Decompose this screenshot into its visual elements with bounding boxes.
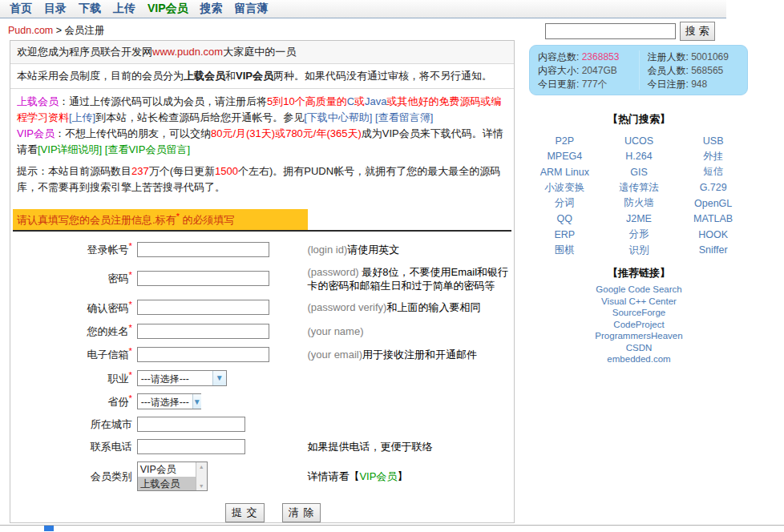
hot-link[interactable]: 分形: [602, 227, 677, 243]
rec-link-csdn[interactable]: CSDN: [527, 342, 750, 354]
member-type-option-vip[interactable]: VIP会员: [138, 462, 196, 477]
hot-link[interactable]: 围棋: [527, 243, 602, 259]
bottom-divider: [0, 525, 784, 526]
form-row-province: 省份* ---请选择---▼: [10, 393, 514, 409]
clear-button[interactable]: 清 除: [282, 503, 321, 522]
hot-link[interactable]: 小波变换: [527, 180, 602, 196]
stat-today-registered: 今日注册: 948: [648, 78, 740, 91]
rec-link-sourceforge[interactable]: SourceForge: [527, 307, 750, 319]
submit-button[interactable]: 提 交: [225, 503, 265, 522]
hot-link[interactable]: 外挂: [676, 149, 750, 165]
hot-link[interactable]: ERP: [527, 227, 602, 243]
hot-link[interactable]: 短信: [676, 164, 750, 180]
breadcrumb: Pudn.com > 会员注册: [8, 24, 105, 38]
hot-link[interactable]: ARM Linux: [527, 164, 602, 180]
form-buttons-row: 提 交 清 除: [10, 503, 514, 522]
site-stats-panel: 内容总数: 2368853 内容大小: 2047GB 今日更新: 777个 注册…: [529, 45, 748, 95]
stats-left-column: 内容总数: 2368853 内容大小: 2047GB 今日更新: 777个: [538, 50, 639, 90]
chevron-down-icon: ▼: [212, 371, 226, 385]
nav-home[interactable]: 首页: [10, 2, 32, 16]
form-row-phone: 联系电话 如果提供电话，更便于联络: [10, 439, 514, 454]
hot-link[interactable]: J2ME: [602, 212, 677, 228]
c-link[interactable]: C: [347, 95, 354, 107]
rec-link-codeproject[interactable]: CodeProject: [527, 319, 750, 331]
pudn-home-link[interactable]: www.pudn.com: [152, 46, 223, 58]
vip-member-label: VIP会员: [17, 127, 55, 139]
hot-link[interactable]: P2P: [527, 133, 602, 149]
nav-catalog[interactable]: 目录: [44, 2, 67, 16]
nav-guestbook[interactable]: 留言薄: [235, 2, 269, 16]
hot-link[interactable]: HOOK: [676, 227, 750, 243]
city-input[interactable]: [137, 417, 245, 432]
breadcrumb-site-link[interactable]: Pudn.com: [8, 25, 53, 36]
your-name-input[interactable]: [137, 324, 269, 339]
password-input[interactable]: [137, 271, 269, 286]
hot-link[interactable]: 分词: [527, 195, 602, 212]
nav-download[interactable]: 下载: [79, 2, 101, 16]
main-content-box: 欢迎您成为程序员联合开发网www.pudn.com大家庭中的一员 本站采用会员制…: [10, 40, 515, 523]
email-input[interactable]: [137, 347, 269, 362]
view-guestbook-link[interactable]: [查看留言簿]: [375, 111, 433, 123]
rec-link-google-code-search[interactable]: Google Code Search: [527, 284, 750, 296]
hot-search-table: P2PUCOSUSB MPEG4H.264外挂 ARM LinuxGIS短信 小…: [527, 133, 750, 258]
form-row-name: 您的姓名* (your name): [10, 323, 514, 339]
hot-link[interactable]: Sniffer: [676, 243, 750, 259]
phone-input[interactable]: [137, 439, 245, 454]
java-link[interactable]: Java: [365, 95, 386, 107]
member-type-option-upload[interactable]: 上载会员: [138, 477, 196, 491]
search-input[interactable]: [545, 23, 676, 39]
hot-link[interactable]: GIS: [602, 164, 677, 180]
scroll-up-icon: ▲: [199, 464, 204, 470]
recommended-links-panel: 【推荐链接】 Google Code Search Visual C++ Cen…: [527, 266, 750, 365]
form-row-member-type: 会员类别 VIP会员 上载会员 ▲▼ 详情请看【VIP会员】: [10, 461, 514, 491]
bottom-blue-fragment: [44, 526, 54, 531]
membership-intro-row: 本站采用会员制度，目前的会员分为上载会员和VIP会员两种。如果代码没有通过审核，…: [10, 64, 514, 89]
scroll-down-icon: ▼: [199, 483, 204, 489]
breadcrumb-page: 会员注册: [65, 25, 105, 36]
stats-right-column: 注册人数: 5001069 会员人数: 568565 今日注册: 948: [639, 50, 740, 90]
login-id-input[interactable]: [137, 242, 269, 257]
registration-form: 登录帐号* (login id)请使用英文 密码* (password) 最好8…: [10, 232, 514, 522]
hot-link[interactable]: 识别: [602, 243, 677, 259]
rec-link-programmersheaven[interactable]: ProgrammersHeaven: [527, 330, 750, 342]
member-type-listbox[interactable]: VIP会员 上载会员 ▲▼: [137, 461, 208, 491]
hot-search-panel: 【热门搜索】 P2PUCOSUSB MPEG4H.264外挂 ARM Linux…: [527, 112, 750, 258]
form-row-occupation: 职业* ---请选择---▼: [10, 370, 514, 386]
stat-members: 会员人数: 568565: [648, 64, 740, 78]
nav-vip[interactable]: VIP会员: [148, 2, 188, 16]
form-row-login: 登录帐号* (login id)请使用英文: [10, 241, 514, 257]
search-box: 搜 索: [545, 22, 715, 41]
member-types-paragraph: 上载会员：通过上传源代码可以成为会员，请注册后将5到10个高质量的C或Java或…: [10, 89, 514, 158]
hot-link[interactable]: MPEG4: [527, 149, 602, 165]
upload-link[interactable]: [上传]: [69, 111, 95, 123]
stat-registered-users: 注册人数: 5001069: [648, 50, 740, 64]
rec-link-embedded[interactable]: embedded.com: [527, 353, 750, 365]
listbox-scrollbar[interactable]: ▲▼: [196, 462, 207, 490]
hot-link[interactable]: OpenGL: [676, 195, 750, 212]
search-button[interactable]: 搜 索: [680, 22, 715, 41]
vip-detail-link[interactable]: [VIP详细说明]: [38, 143, 102, 155]
province-select[interactable]: ---请选择---▼: [137, 393, 201, 409]
hot-link[interactable]: QQ: [527, 212, 602, 228]
upload-member-label: 上载会员: [17, 95, 59, 107]
hot-link[interactable]: 防火墙: [602, 195, 677, 212]
hot-link[interactable]: G.729: [676, 180, 750, 196]
hot-link[interactable]: H.264: [602, 149, 677, 165]
recommended-links-title: 【推荐链接】: [527, 266, 750, 280]
vip-guestbook-link[interactable]: [查看VIP会员留言]: [105, 143, 190, 155]
occupation-select[interactable]: ---请选择---▼: [137, 370, 227, 386]
download-help-link[interactable]: [下载中心帮助]: [304, 111, 372, 123]
hot-link[interactable]: USB: [676, 133, 750, 149]
nav-search[interactable]: 搜索: [200, 2, 223, 16]
hot-link[interactable]: MATLAB: [676, 212, 750, 228]
nav-upload[interactable]: 上传: [113, 2, 135, 16]
breadcrumb-separator: >: [53, 25, 64, 36]
hot-link[interactable]: UCOS: [602, 133, 677, 149]
rec-link-visual-cpp-center[interactable]: Visual C++ Center: [527, 296, 750, 308]
form-row-password: 密码* (password) 最好8位，不要使用Email和银行卡的密码和邮箱生…: [10, 265, 514, 292]
hot-link[interactable]: 遗传算法: [602, 180, 677, 196]
tip-paragraph: 提示：本站目前源码数目237万个(每日更新1500个左右)。拥有PUDN帐号，就…: [10, 158, 514, 201]
form-row-password-verify: 确认密码* (password verify)和上面的输入要相同: [10, 300, 514, 316]
password-verify-input[interactable]: [137, 300, 269, 315]
vip-member-link[interactable]: VIP会员: [359, 470, 397, 482]
